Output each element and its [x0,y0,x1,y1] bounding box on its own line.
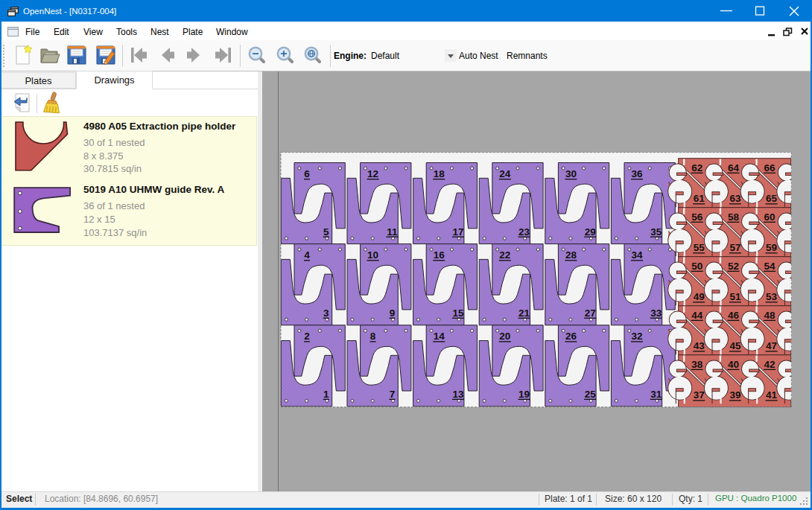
svg-text:35: 35 [650,226,662,238]
svg-text:8: 8 [370,331,376,342]
svg-text:30: 30 [565,168,577,179]
svg-text:54: 54 [764,261,776,272]
svg-text:11: 11 [387,226,398,238]
svg-text:10: 10 [367,249,378,261]
svg-text:65: 65 [766,193,778,204]
svg-text:25: 25 [585,389,597,400]
svg-text:19: 19 [518,389,530,400]
svg-text:15: 15 [452,307,464,319]
svg-text:26: 26 [565,331,577,342]
svg-text:22: 22 [499,249,510,261]
svg-text:1: 1 [323,389,329,400]
svg-text:57: 57 [729,242,740,253]
svg-text:2: 2 [304,331,310,342]
svg-text:64: 64 [728,162,740,173]
svg-text:18: 18 [434,168,445,179]
svg-text:16: 16 [434,249,445,261]
svg-text:58: 58 [728,211,740,223]
svg-text:44: 44 [691,310,703,321]
svg-text:53: 53 [766,291,778,302]
svg-text:34: 34 [631,249,643,261]
svg-text:41: 41 [766,389,778,401]
svg-text:51: 51 [729,291,741,302]
svg-text:55: 55 [694,242,705,253]
svg-text:6: 6 [304,168,310,179]
svg-text:61: 61 [694,193,705,204]
svg-text:46: 46 [728,310,740,321]
svg-text:32: 32 [631,331,642,342]
svg-text:33: 33 [650,307,662,319]
svg-text:48: 48 [764,310,776,321]
svg-text:52: 52 [728,261,739,272]
svg-text:39: 39 [729,389,740,401]
svg-text:47: 47 [766,340,777,351]
svg-text:9: 9 [390,307,396,319]
svg-text:49: 49 [694,291,705,302]
svg-text:40: 40 [728,359,739,370]
svg-text:7: 7 [390,389,396,400]
svg-text:59: 59 [766,242,777,253]
svg-text:21: 21 [518,307,530,319]
svg-text:4: 4 [304,249,310,261]
svg-text:24: 24 [499,168,511,179]
svg-text:63: 63 [729,193,741,204]
svg-text:5: 5 [323,226,329,238]
svg-text:36: 36 [631,168,643,179]
svg-text:20: 20 [499,331,510,342]
svg-text:50: 50 [691,261,702,272]
svg-text:29: 29 [585,226,596,238]
svg-text:62: 62 [691,162,702,173]
svg-text:42: 42 [764,359,775,370]
svg-text:43: 43 [694,340,705,351]
svg-text:66: 66 [764,162,776,173]
svg-text:60: 60 [764,211,775,223]
svg-text:56: 56 [691,211,703,223]
svg-text:38: 38 [691,359,703,370]
svg-text:3: 3 [323,307,329,319]
svg-text:27: 27 [585,307,596,319]
svg-text:28: 28 [565,249,577,261]
svg-text:37: 37 [694,389,705,401]
svg-text:17: 17 [452,226,463,238]
svg-text:13: 13 [452,389,464,400]
svg-text:45: 45 [729,340,741,351]
svg-text:12: 12 [367,168,378,179]
svg-text:23: 23 [518,226,530,238]
svg-text:14: 14 [434,331,445,342]
svg-text:31: 31 [650,389,662,400]
